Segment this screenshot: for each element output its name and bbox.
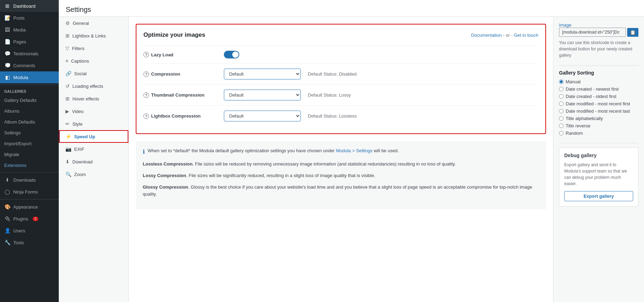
sort-radio-title-reverse[interactable] [559, 124, 564, 128]
sidebar-item-label: Gallery Defaults [4, 98, 36, 103]
export-gallery-button[interactable]: Export gallery [564, 191, 633, 201]
download-icon: ⬇ [65, 159, 70, 164]
lazy-load-toggle[interactable] [224, 51, 239, 58]
sidebar-item-label: Appearance [13, 204, 38, 210]
sidebar-item-extensions[interactable]: Extensions [0, 160, 59, 171]
subnav-item-video[interactable]: ▶ Video [59, 105, 128, 118]
documentation-link[interactable]: Documentation [471, 33, 502, 38]
compression-select[interactable]: Default Lossless Lossy Glossy [224, 69, 301, 79]
debug-desc: Export gallery and send it to Modula's s… [564, 162, 633, 187]
subnav-item-exif[interactable]: 📷 EXIF [59, 143, 128, 155]
lazy-load-control [224, 51, 538, 58]
sidebar-item-comments[interactable]: 💭 Comments [0, 59, 59, 71]
modula-settings-link[interactable]: Modula > Settings [336, 148, 372, 153]
thumbnail-compression-select[interactable]: Default Lossless Lossy Glossy [224, 90, 301, 100]
sidebar-item-plugins[interactable]: 🔌 Plugins 5 [0, 213, 59, 225]
image-link[interactable]: image [559, 22, 571, 28]
sort-radio-title-alpha[interactable] [559, 116, 564, 121]
optimize-title: Optimize your images [143, 31, 205, 38]
sidebar-item-users[interactable]: 👤 Users [0, 225, 59, 237]
subnav-item-speed-up[interactable]: ⚡ Speed Up [59, 130, 128, 143]
subnav-item-hover-effects[interactable]: ⊞ Hover effects [59, 92, 128, 105]
sort-option-date-oldest: Date created - oldest first [559, 94, 638, 99]
sidebar-item-label: Comments [13, 63, 35, 68]
sidebar-item-album-defaults[interactable]: Album Defaults [0, 117, 59, 127]
sort-label-manual: Manual [566, 79, 581, 84]
sort-option-title-reverse: Title reverse [559, 123, 638, 128]
sidebar-item-posts[interactable]: 📝 Posts [0, 12, 59, 24]
compression-row: ? Compression Default Lossless Lossy Glo… [143, 63, 538, 84]
thumbnail-compression-control: Default Lossless Lossy Glossy Default St… [224, 90, 538, 100]
lazy-load-help-icon[interactable]: ? [143, 52, 149, 57]
sort-radio-date-newest[interactable] [559, 87, 564, 91]
sidebar-item-pages[interactable]: 📄 Pages [0, 36, 59, 48]
sort-radio-modified-last[interactable] [559, 109, 564, 113]
lightbox-compression-status: Default Status: Lossless [308, 113, 356, 119]
tools-icon: 🔧 [4, 239, 10, 246]
sort-radio-date-oldest[interactable] [559, 94, 564, 99]
subnav-item-captions[interactable]: ≡ Captions [59, 55, 128, 67]
thumbnail-compression-label: ? Thumbnail Compression [143, 92, 224, 98]
subnav-item-loading-effects[interactable]: ↺ Loading effects [59, 80, 128, 92]
sidebar-item-tools[interactable]: 🔧 Tools [0, 237, 59, 248]
sort-option-random: Random [559, 131, 638, 136]
sidebar-item-settings[interactable]: Settings [0, 127, 59, 138]
sidebar-item-albums[interactable]: Albums [0, 106, 59, 117]
lightbox-compression-row: ? Lightbox Compression Default Lossless … [143, 105, 538, 126]
subnav-item-label: Zoom [74, 172, 86, 177]
sidebar-item-label: Modula [13, 75, 28, 80]
subnav-item-zoom[interactable]: 🔍 Zoom [59, 168, 128, 181]
sidebar-item-downloads[interactable]: ⬇ Downloads [0, 174, 59, 186]
modula-icon: ◧ [4, 74, 10, 80]
subnav-item-label: Loading effects [72, 84, 103, 89]
sidebar-item-modula[interactable]: ◧ Modula [0, 71, 59, 83]
sidebar-item-import-export[interactable]: Import/Export [0, 138, 59, 149]
thumbnail-compression-help-icon[interactable]: ? [143, 92, 149, 98]
sidebar-item-appearance[interactable]: 🎨 Appearance [0, 201, 59, 213]
subnav-item-lightbox[interactable]: ⊞ Lightbox & Links [59, 29, 128, 42]
sort-radio-modified-recent[interactable] [559, 101, 564, 106]
subnav-item-filters[interactable]: ▽ Filters [59, 42, 128, 55]
subnav-item-style[interactable]: ✏ Style [59, 118, 128, 130]
get-in-touch-link[interactable]: Get in touch [514, 33, 538, 38]
lightbox-compression-select[interactable]: Default Lossless Lossy Glossy [224, 111, 301, 121]
sort-radio-random[interactable] [559, 131, 564, 135]
info-note: ℹ When set to *default* the Modula defau… [143, 148, 539, 155]
sidebar-item-label: Testimonials [13, 51, 38, 56]
thumbnail-compression-row: ? Thumbnail Compression Default Lossless… [143, 84, 538, 105]
subnav-item-general[interactable]: ⚙ General [59, 17, 128, 29]
zoom-icon: 🔍 [65, 171, 71, 177]
sort-radio-manual[interactable] [559, 79, 564, 84]
sidebar-item-ninja-forms[interactable]: ◯ Ninja Forms [0, 186, 59, 198]
debug-section: Debug gallery Export gallery and send it… [559, 147, 638, 206]
ninja-forms-icon: ◯ [4, 189, 10, 195]
lightbox-compression-text: Lightbox Compression [151, 113, 201, 119]
subnav-item-download[interactable]: ⬇ Download [59, 155, 128, 168]
shortcode-input[interactable] [559, 28, 626, 37]
content-inner: Optimize your images Documentation - or … [129, 17, 553, 216]
sort-option-date-newest: Date created - newest first [559, 86, 638, 92]
sidebar-item-label: Plugins [13, 216, 28, 222]
lazy-load-text: Lazy Load [151, 52, 174, 57]
sidebar-item-label: Tools [13, 240, 24, 245]
compression-label: ? Compression [143, 71, 224, 77]
lightbox-compression-help-icon[interactable]: ? [143, 113, 149, 119]
shortcode-copy-button[interactable]: 📋 [627, 28, 638, 37]
debug-title: Debug gallery [564, 153, 633, 158]
sidebar-item-label: Users [13, 228, 25, 233]
general-icon: ⚙ [65, 20, 70, 26]
sidebar-item-dashboard[interactable]: ⊞ Dashboard [0, 0, 59, 12]
filters-icon: ▽ [65, 45, 69, 51]
subnav-item-social[interactable]: 🔗 Social [59, 67, 128, 80]
sidebar: ⊞ Dashboard 📝 Posts 🖼 Media 📄 Pages 💬 Te… [0, 0, 59, 302]
subnav-item-label: Video [72, 109, 84, 114]
sidebar-item-gallery-defaults[interactable]: Gallery Defaults [0, 95, 59, 106]
sidebar-item-migrate[interactable]: Migrate [0, 149, 59, 160]
sidebar-item-testimonials[interactable]: 💬 Testimonials [0, 48, 59, 59]
subnav-item-label: EXIF [74, 147, 84, 152]
sort-label-date-oldest: Date created - oldest first [566, 94, 616, 99]
image-link-section: image 📋 You can use this shortcode to cr… [559, 22, 638, 58]
copy-icon: 📋 [630, 30, 636, 35]
sidebar-item-media[interactable]: 🖼 Media [0, 24, 59, 36]
compression-help-icon[interactable]: ? [143, 71, 149, 77]
